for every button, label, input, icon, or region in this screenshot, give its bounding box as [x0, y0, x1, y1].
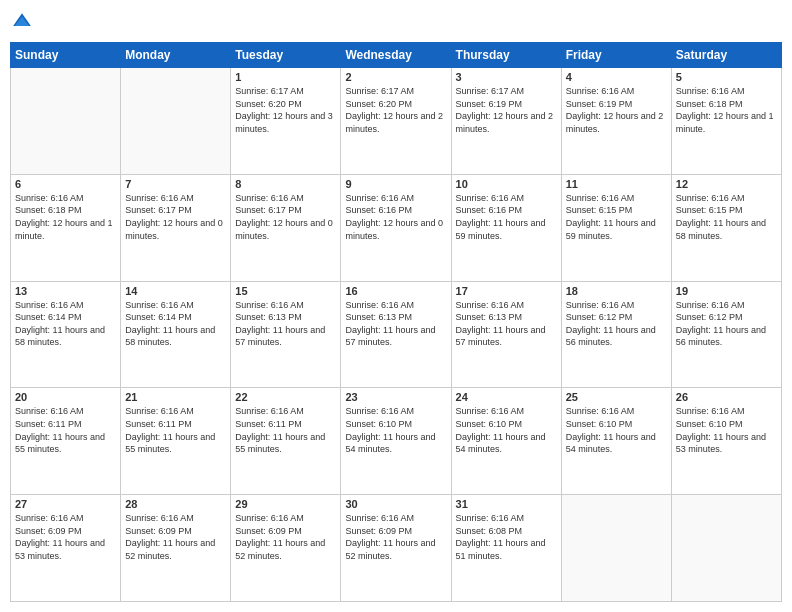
day-number: 14: [125, 285, 226, 297]
day-info: Sunrise: 6:16 AMSunset: 6:13 PMDaylight:…: [235, 299, 336, 349]
day-info: Sunrise: 6:16 AMSunset: 6:18 PMDaylight:…: [676, 85, 777, 135]
calendar-header: SundayMondayTuesdayWednesdayThursdayFrid…: [11, 43, 782, 68]
calendar-week-4: 20Sunrise: 6:16 AMSunset: 6:11 PMDayligh…: [11, 388, 782, 495]
calendar-cell: 9Sunrise: 6:16 AMSunset: 6:16 PMDaylight…: [341, 174, 451, 281]
calendar-cell: [561, 495, 671, 602]
calendar-body: 1Sunrise: 6:17 AMSunset: 6:20 PMDaylight…: [11, 68, 782, 602]
day-info: Sunrise: 6:16 AMSunset: 6:08 PMDaylight:…: [456, 512, 557, 562]
calendar-table: SundayMondayTuesdayWednesdayThursdayFrid…: [10, 42, 782, 602]
calendar-cell: 19Sunrise: 6:16 AMSunset: 6:12 PMDayligh…: [671, 281, 781, 388]
day-number: 25: [566, 391, 667, 403]
calendar-cell: 30Sunrise: 6:16 AMSunset: 6:09 PMDayligh…: [341, 495, 451, 602]
day-number: 7: [125, 178, 226, 190]
day-number: 24: [456, 391, 557, 403]
day-number: 5: [676, 71, 777, 83]
day-number: 15: [235, 285, 336, 297]
calendar-cell: 8Sunrise: 6:16 AMSunset: 6:17 PMDaylight…: [231, 174, 341, 281]
weekday-header-tuesday: Tuesday: [231, 43, 341, 68]
weekday-header-sunday: Sunday: [11, 43, 121, 68]
day-info: Sunrise: 6:16 AMSunset: 6:09 PMDaylight:…: [15, 512, 116, 562]
day-info: Sunrise: 6:16 AMSunset: 6:11 PMDaylight:…: [15, 405, 116, 455]
day-info: Sunrise: 6:17 AMSunset: 6:20 PMDaylight:…: [345, 85, 446, 135]
calendar-week-1: 1Sunrise: 6:17 AMSunset: 6:20 PMDaylight…: [11, 68, 782, 175]
calendar-cell: 26Sunrise: 6:16 AMSunset: 6:10 PMDayligh…: [671, 388, 781, 495]
day-number: 13: [15, 285, 116, 297]
day-number: 21: [125, 391, 226, 403]
day-info: Sunrise: 6:16 AMSunset: 6:18 PMDaylight:…: [15, 192, 116, 242]
logo-icon: [10, 10, 34, 34]
calendar-cell: 27Sunrise: 6:16 AMSunset: 6:09 PMDayligh…: [11, 495, 121, 602]
weekday-header-row: SundayMondayTuesdayWednesdayThursdayFrid…: [11, 43, 782, 68]
weekday-header-friday: Friday: [561, 43, 671, 68]
day-info: Sunrise: 6:16 AMSunset: 6:11 PMDaylight:…: [235, 405, 336, 455]
logo: [10, 10, 38, 34]
day-number: 8: [235, 178, 336, 190]
calendar-cell: 25Sunrise: 6:16 AMSunset: 6:10 PMDayligh…: [561, 388, 671, 495]
day-info: Sunrise: 6:16 AMSunset: 6:09 PMDaylight:…: [125, 512, 226, 562]
calendar-cell: 29Sunrise: 6:16 AMSunset: 6:09 PMDayligh…: [231, 495, 341, 602]
calendar-cell: 15Sunrise: 6:16 AMSunset: 6:13 PMDayligh…: [231, 281, 341, 388]
day-number: 1: [235, 71, 336, 83]
day-number: 18: [566, 285, 667, 297]
calendar-cell: 7Sunrise: 6:16 AMSunset: 6:17 PMDaylight…: [121, 174, 231, 281]
day-number: 19: [676, 285, 777, 297]
calendar-cell: 11Sunrise: 6:16 AMSunset: 6:15 PMDayligh…: [561, 174, 671, 281]
day-info: Sunrise: 6:16 AMSunset: 6:19 PMDaylight:…: [566, 85, 667, 135]
calendar-cell: 23Sunrise: 6:16 AMSunset: 6:10 PMDayligh…: [341, 388, 451, 495]
day-info: Sunrise: 6:16 AMSunset: 6:17 PMDaylight:…: [125, 192, 226, 242]
day-number: 31: [456, 498, 557, 510]
day-info: Sunrise: 6:16 AMSunset: 6:10 PMDaylight:…: [345, 405, 446, 455]
calendar-cell: [671, 495, 781, 602]
day-info: Sunrise: 6:16 AMSunset: 6:09 PMDaylight:…: [235, 512, 336, 562]
day-number: 26: [676, 391, 777, 403]
calendar-cell: 28Sunrise: 6:16 AMSunset: 6:09 PMDayligh…: [121, 495, 231, 602]
calendar-week-2: 6Sunrise: 6:16 AMSunset: 6:18 PMDaylight…: [11, 174, 782, 281]
calendar-cell: 31Sunrise: 6:16 AMSunset: 6:08 PMDayligh…: [451, 495, 561, 602]
day-info: Sunrise: 6:17 AMSunset: 6:19 PMDaylight:…: [456, 85, 557, 135]
day-number: 3: [456, 71, 557, 83]
day-info: Sunrise: 6:16 AMSunset: 6:13 PMDaylight:…: [456, 299, 557, 349]
weekday-header-wednesday: Wednesday: [341, 43, 451, 68]
day-info: Sunrise: 6:16 AMSunset: 6:16 PMDaylight:…: [456, 192, 557, 242]
weekday-header-saturday: Saturday: [671, 43, 781, 68]
day-info: Sunrise: 6:16 AMSunset: 6:12 PMDaylight:…: [566, 299, 667, 349]
day-number: 16: [345, 285, 446, 297]
day-number: 22: [235, 391, 336, 403]
calendar-cell: [11, 68, 121, 175]
day-number: 6: [15, 178, 116, 190]
day-info: Sunrise: 6:16 AMSunset: 6:13 PMDaylight:…: [345, 299, 446, 349]
weekday-header-thursday: Thursday: [451, 43, 561, 68]
day-number: 4: [566, 71, 667, 83]
calendar-cell: 1Sunrise: 6:17 AMSunset: 6:20 PMDaylight…: [231, 68, 341, 175]
calendar-cell: 21Sunrise: 6:16 AMSunset: 6:11 PMDayligh…: [121, 388, 231, 495]
calendar-cell: 13Sunrise: 6:16 AMSunset: 6:14 PMDayligh…: [11, 281, 121, 388]
day-info: Sunrise: 6:16 AMSunset: 6:12 PMDaylight:…: [676, 299, 777, 349]
calendar-cell: [121, 68, 231, 175]
header: [10, 10, 782, 34]
calendar-week-3: 13Sunrise: 6:16 AMSunset: 6:14 PMDayligh…: [11, 281, 782, 388]
day-number: 2: [345, 71, 446, 83]
calendar-cell: 12Sunrise: 6:16 AMSunset: 6:15 PMDayligh…: [671, 174, 781, 281]
calendar-cell: 3Sunrise: 6:17 AMSunset: 6:19 PMDaylight…: [451, 68, 561, 175]
day-info: Sunrise: 6:17 AMSunset: 6:20 PMDaylight:…: [235, 85, 336, 135]
day-number: 11: [566, 178, 667, 190]
day-number: 27: [15, 498, 116, 510]
calendar-cell: 22Sunrise: 6:16 AMSunset: 6:11 PMDayligh…: [231, 388, 341, 495]
calendar-cell: 14Sunrise: 6:16 AMSunset: 6:14 PMDayligh…: [121, 281, 231, 388]
day-number: 20: [15, 391, 116, 403]
day-info: Sunrise: 6:16 AMSunset: 6:14 PMDaylight:…: [15, 299, 116, 349]
day-number: 9: [345, 178, 446, 190]
day-number: 28: [125, 498, 226, 510]
day-info: Sunrise: 6:16 AMSunset: 6:09 PMDaylight:…: [345, 512, 446, 562]
day-info: Sunrise: 6:16 AMSunset: 6:10 PMDaylight:…: [676, 405, 777, 455]
day-info: Sunrise: 6:16 AMSunset: 6:14 PMDaylight:…: [125, 299, 226, 349]
page: SundayMondayTuesdayWednesdayThursdayFrid…: [0, 0, 792, 612]
day-info: Sunrise: 6:16 AMSunset: 6:10 PMDaylight:…: [456, 405, 557, 455]
calendar-cell: 20Sunrise: 6:16 AMSunset: 6:11 PMDayligh…: [11, 388, 121, 495]
day-number: 17: [456, 285, 557, 297]
calendar-week-5: 27Sunrise: 6:16 AMSunset: 6:09 PMDayligh…: [11, 495, 782, 602]
day-info: Sunrise: 6:16 AMSunset: 6:15 PMDaylight:…: [566, 192, 667, 242]
day-info: Sunrise: 6:16 AMSunset: 6:15 PMDaylight:…: [676, 192, 777, 242]
calendar-cell: 16Sunrise: 6:16 AMSunset: 6:13 PMDayligh…: [341, 281, 451, 388]
calendar-cell: 6Sunrise: 6:16 AMSunset: 6:18 PMDaylight…: [11, 174, 121, 281]
